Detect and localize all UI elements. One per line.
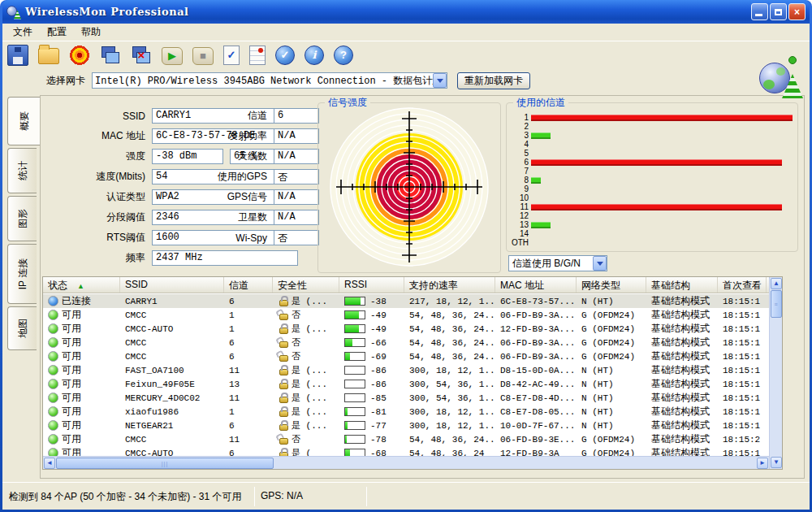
field-row: 天线数N/A — [187, 146, 333, 167]
field-value[interactable]: 6 — [274, 108, 319, 124]
infrastructure-cell: 基础结构模式 — [646, 294, 718, 308]
minimize-button[interactable] — [751, 3, 768, 20]
open-icon[interactable] — [38, 48, 59, 64]
tab-图形[interactable]: 图形 — [7, 196, 37, 241]
web-icon[interactable]: ✓ — [275, 46, 295, 65]
channel-cell: 6 — [224, 336, 273, 349]
field-value[interactable]: N/A — [274, 189, 319, 205]
tab-地图[interactable]: 地图 — [7, 306, 37, 350]
available-status-icon — [48, 406, 58, 417]
status-text: 已连接 — [62, 294, 91, 308]
menu-item-0[interactable]: 文件 — [6, 24, 40, 41]
security-text: 是 (... — [292, 295, 327, 307]
monitor-pair-icon[interactable] — [100, 45, 121, 66]
table-row[interactable]: 可用CMCC6否-6954, 48, 36, 24...06-FD-B9-3A.… — [43, 349, 769, 363]
channel-usage-dropdown-icon[interactable] — [593, 256, 607, 271]
column-header-0[interactable]: 状态▲ — [43, 277, 120, 293]
log-start-icon[interactable]: ▶ — [162, 47, 183, 65]
field-value[interactable]: N/A — [274, 149, 319, 164]
column-header-3[interactable]: 安全性 — [273, 277, 339, 293]
tab-统计[interactable]: 统计 — [7, 148, 37, 193]
help-icon[interactable]: ? — [334, 46, 353, 65]
maximize-button[interactable] — [770, 3, 787, 20]
channel-row-14: 14 — [510, 229, 793, 238]
status-detected-text: 检测到 84 个AP (50 个加密 - 34 个未加密) - 31 个可用 — [9, 490, 251, 504]
tab-IP 连接[interactable]: IP 连接 — [7, 244, 37, 304]
first-seen-cell: 18:15:1 — [718, 419, 767, 432]
horizontal-scrollbar[interactable]: ◄ ||| ► — [43, 456, 769, 469]
table-row[interactable]: 可用MERCURY_4D0C0211是 (...-85300, 54, 36, … — [43, 391, 769, 405]
adapter-select[interactable]: Intel(R) PRO/Wireless 3945ABG Network Co… — [92, 72, 447, 89]
menu-item-2[interactable]: 帮助 — [74, 24, 108, 41]
rssi-cell: -85 — [339, 391, 404, 405]
field-value[interactable]: 2437 MHz — [152, 250, 298, 266]
scroll-left-icon[interactable]: ◄ — [44, 458, 55, 469]
rssi-bar — [344, 421, 365, 430]
horizontal-scroll-thumb[interactable]: ||| — [56, 458, 274, 469]
vertical-scrollbar[interactable]: ▲ ≡ ▼ — [769, 277, 782, 469]
column-header-8[interactable]: 基础结构 — [646, 277, 718, 293]
log-stop-icon[interactable]: ■ — [192, 47, 214, 65]
column-header-6[interactable]: MAC 地址 — [495, 277, 577, 293]
rssi-cell: -49 — [339, 308, 404, 322]
column-header-1[interactable]: SSID — [120, 277, 224, 293]
field-value[interactable]: 否 — [274, 230, 319, 245]
field-value[interactable]: N/A — [274, 128, 319, 144]
scroll-down-icon[interactable]: ▼ — [771, 457, 782, 468]
available-status-icon — [48, 434, 58, 445]
column-header-2[interactable]: 信道 — [224, 277, 273, 293]
menu-item-1[interactable]: 配置 — [40, 24, 74, 41]
table-row[interactable]: 可用CMCC6否-6654, 48, 36, 24...06-FD-B9-3A.… — [43, 336, 769, 349]
table-header: 状态▲SSID信道安全性RSSI支持的速率MAC 地址网络类型基础结构首次查看 — [43, 277, 782, 293]
field-value[interactable]: 否 — [274, 169, 319, 184]
test-check-icon[interactable]: ✓ — [223, 46, 240, 65]
column-header-7[interactable]: 网络类型 — [577, 277, 646, 293]
rssi-cell: -38 — [339, 294, 404, 308]
first-seen-cell: 18:15:1 — [718, 363, 767, 377]
rates-cell: 54, 48, 36, 24... — [404, 322, 495, 336]
rssi-value: -86 — [370, 380, 387, 389]
field-value[interactable]: N/A — [274, 210, 319, 225]
status-text: 可用 — [62, 432, 81, 446]
column-header-5[interactable]: 支持的速率 — [404, 277, 495, 293]
table-row[interactable]: 可用CMCC-AUTO1是 (...-4954, 48, 36, 24...12… — [43, 322, 769, 336]
menu-bar: 文件配置帮助 — [2, 24, 810, 41]
tab-概要[interactable]: 概要 — [7, 97, 40, 145]
security-cell: 是 (... — [273, 294, 339, 308]
table-row[interactable]: 可用FAST_OA710011是 (...-86300, 18, 12, 1..… — [43, 363, 769, 377]
monitor-pair-disconnect-icon[interactable]: × — [131, 45, 152, 66]
security-text: 是 (... — [292, 406, 327, 418]
mac-cell: 10-0D-7F-67... — [495, 419, 577, 432]
table-row[interactable]: 可用CMCC11否-7854, 48, 36, 24...06-FD-B9-3E… — [43, 432, 769, 446]
notes-icon[interactable] — [249, 46, 266, 65]
save-icon[interactable] — [7, 45, 28, 66]
table-row[interactable]: 可用xiaofu19861是 (...-81300, 18, 12, 1...C… — [43, 405, 769, 419]
ssid-cell: CMCC-AUTO — [120, 322, 224, 336]
rssi-bar — [344, 324, 365, 333]
target-icon[interactable] — [69, 45, 90, 66]
scroll-right-icon[interactable]: ► — [757, 458, 768, 469]
first-seen-cell: 18:15:1 — [718, 349, 767, 363]
table-row[interactable]: 已连接CARRY16是 (...-38217, 18, 12, 1...6C-E… — [43, 294, 769, 308]
close-button[interactable]: × — [788, 3, 806, 20]
channel-usage-select[interactable]: 信道使用 B/G/N — [508, 255, 607, 271]
column-header-9[interactable]: 首次查看 — [718, 277, 767, 293]
rates-cell: 54, 48, 36, 24... — [404, 432, 495, 446]
table-row[interactable]: 可用NETGEAR216是 (...-77300, 18, 12, 1...10… — [43, 419, 769, 432]
column-header-4[interactable]: RSSI — [339, 277, 404, 293]
vertical-scroll-thumb[interactable]: ≡ — [771, 290, 782, 318]
connected-status-icon — [48, 296, 58, 306]
reload-adapter-button[interactable]: 重新加载网卡 — [457, 72, 530, 89]
table-row[interactable]: 可用Feixun_49F05E13是 (...-86300, 54, 36, 1… — [43, 377, 769, 391]
status-cell: 可用 — [43, 363, 120, 377]
rssi-cell: -81 — [339, 405, 404, 419]
rssi-bar — [344, 393, 365, 402]
adapter-select-dropdown-icon[interactable] — [433, 73, 447, 88]
scroll-up-icon[interactable]: ▲ — [771, 278, 782, 289]
info-bubble-icon[interactable]: i — [304, 46, 324, 65]
table-row[interactable]: 可用CMCC1否-4954, 48, 36, 24...06-FD-B9-3A.… — [43, 308, 769, 322]
rates-cell: 300, 54, 36, 1... — [404, 377, 495, 391]
net-type-cell: G (OFDM24) — [577, 349, 646, 363]
rssi-fill — [345, 297, 361, 305]
status-separator — [254, 487, 255, 506]
